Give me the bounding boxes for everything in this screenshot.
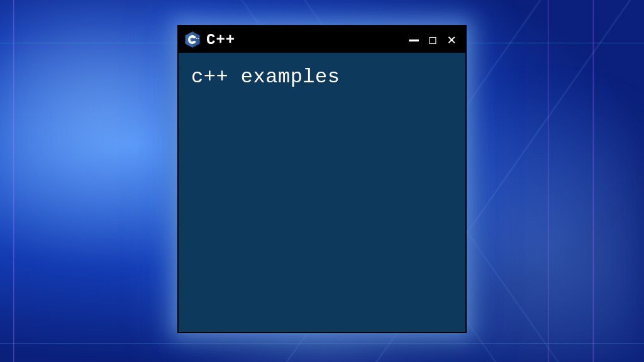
maximize-button[interactable]: □ [425, 34, 440, 45]
terminal-body[interactable]: c++ examples [179, 53, 465, 332]
cpp-logo-icon: + + [184, 31, 201, 48]
terminal-window: + + C++ — □ ✕ c++ examples [177, 25, 467, 333]
window-controls: — □ ✕ [406, 31, 459, 48]
window-titlebar[interactable]: + + C++ — □ ✕ [179, 26, 465, 53]
close-button[interactable]: ✕ [444, 33, 459, 47]
minimize-button[interactable]: — [406, 31, 421, 48]
window-title: C++ [206, 31, 401, 48]
body-content: c++ examples [191, 65, 340, 89]
